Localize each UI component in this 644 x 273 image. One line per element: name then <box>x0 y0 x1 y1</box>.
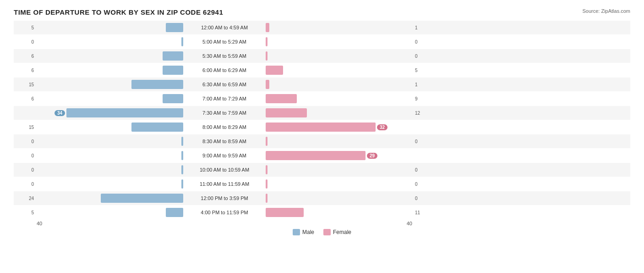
female-bar <box>266 123 376 132</box>
male-side <box>37 51 183 61</box>
female-outer-label: 0 <box>412 39 435 45</box>
axis-bottom: 40 40 <box>14 221 630 226</box>
time-label: 4:00 PM to 11:59 PM <box>183 210 266 215</box>
time-label: 10:00 AM to 10:59 AM <box>183 167 266 173</box>
time-label: 5:00 AM to 5:29 AM <box>183 39 266 45</box>
male-side <box>37 179 183 189</box>
male-outer-label: 0 <box>14 167 37 173</box>
chart-row: 15 8:00 AM to 8:29 AM 32 <box>14 120 630 134</box>
female-outer-label: 0 <box>412 182 435 187</box>
female-side <box>266 208 412 217</box>
female-bar <box>266 66 283 75</box>
female-bar <box>266 165 267 174</box>
female-side <box>266 179 412 189</box>
female-side <box>266 194 412 203</box>
chart-row: 6 6:00 AM to 6:29 AM 5 <box>14 63 630 77</box>
female-outer-label: 1 <box>412 82 435 87</box>
male-side <box>37 66 183 75</box>
male-side <box>37 137 183 146</box>
female-bar <box>266 137 267 146</box>
male-outer-label: 24 <box>14 196 37 201</box>
male-outer-label: 0 <box>14 182 37 187</box>
female-bar <box>266 37 267 46</box>
female-side <box>266 137 412 146</box>
chart-row: 6 5:30 AM to 5:59 AM 0 <box>14 49 630 63</box>
male-side: 34 <box>37 108 183 117</box>
legend-female-box <box>323 229 331 235</box>
male-bar <box>166 208 183 217</box>
female-outer-label: 5 <box>412 68 435 73</box>
time-label: 6:30 AM to 6:59 AM <box>183 82 266 87</box>
male-outer-label: 0 <box>14 153 37 158</box>
female-side <box>266 80 412 89</box>
female-side: 32 <box>266 123 412 132</box>
time-label: 8:00 AM to 8:29 AM <box>183 124 266 130</box>
male-outer-label: 15 <box>14 125 37 130</box>
male-bar <box>131 80 183 89</box>
time-label: 8:30 AM to 8:59 AM <box>183 139 266 144</box>
source-text: Source: ZipAtlas.com <box>582 8 630 14</box>
male-bar <box>163 51 183 61</box>
male-side <box>37 151 183 160</box>
male-side <box>37 80 183 89</box>
time-label: 12:00 PM to 3:59 PM <box>183 195 266 201</box>
male-bar <box>163 94 183 103</box>
male-outer-label: 6 <box>14 68 37 73</box>
female-bar <box>266 151 366 160</box>
male-outer-label: 5 <box>14 210 37 215</box>
male-bar <box>166 23 183 32</box>
chart-row: 24 12:00 PM to 3:59 PM 0 <box>14 191 630 205</box>
time-label: 7:00 AM to 7:29 AM <box>183 96 266 101</box>
male-side <box>37 123 183 132</box>
male-bar <box>66 108 183 117</box>
male-outer-label: 0 <box>14 39 37 45</box>
chart-row: 0 9:00 AM to 9:59 AM 29 <box>14 149 630 162</box>
male-outer-label: 6 <box>14 54 37 59</box>
time-label: 9:00 AM to 9:59 AM <box>183 153 266 158</box>
legend-female-label: Female <box>333 229 351 235</box>
chart-row: 15 6:30 AM to 6:59 AM 1 <box>14 78 630 91</box>
chart-body: 5 12:00 AM to 4:59 AM 10 5:00 AM to 5:29… <box>14 21 630 219</box>
male-side <box>37 194 183 203</box>
female-pill-label: 32 <box>377 124 387 130</box>
female-bar <box>266 51 267 61</box>
axis-left-value: 40 <box>37 221 183 226</box>
male-side <box>37 165 183 174</box>
female-side <box>266 51 412 61</box>
male-bar <box>101 194 183 203</box>
male-outer-label: 6 <box>14 96 37 101</box>
female-outer-label: 1 <box>412 25 435 30</box>
female-side <box>266 94 412 103</box>
male-side <box>37 208 183 217</box>
male-bar <box>163 66 183 75</box>
legend-male-label: Male <box>302 229 314 235</box>
legend: Male Female <box>14 229 630 235</box>
chart-row: 0 5:00 AM to 5:29 AM 0 <box>14 35 630 49</box>
chart-row: 0 10:00 AM to 10:59 AM 0 <box>14 163 630 177</box>
female-bar <box>266 179 267 189</box>
female-bar <box>266 208 304 217</box>
male-side <box>37 94 183 103</box>
time-label: 7:30 AM to 7:59 AM <box>183 110 266 116</box>
female-outer-label: 0 <box>412 196 435 201</box>
male-side <box>37 37 183 46</box>
female-outer-label: 0 <box>412 139 435 144</box>
chart-row: 5 4:00 PM to 11:59 PM 11 <box>14 206 630 219</box>
male-bar <box>131 123 183 132</box>
title-row: TIME OF DEPARTURE TO WORK BY SEX IN ZIP … <box>14 8 630 16</box>
axis-right-value: 40 <box>266 221 412 226</box>
legend-female: Female <box>323 229 351 235</box>
time-label: 12:00 AM to 4:59 AM <box>183 25 266 30</box>
chart-title: TIME OF DEPARTURE TO WORK BY SEX IN ZIP … <box>14 8 223 16</box>
legend-male-box <box>293 229 300 235</box>
female-bar <box>266 194 267 203</box>
female-bar <box>266 108 307 117</box>
female-outer-label: 0 <box>412 54 435 59</box>
male-outer-label: 15 <box>14 82 37 87</box>
female-side: 29 <box>266 151 412 160</box>
female-side <box>266 23 412 32</box>
male-outer-label: 0 <box>14 139 37 144</box>
male-side <box>37 23 183 32</box>
female-side <box>266 37 412 46</box>
female-side <box>266 165 412 174</box>
